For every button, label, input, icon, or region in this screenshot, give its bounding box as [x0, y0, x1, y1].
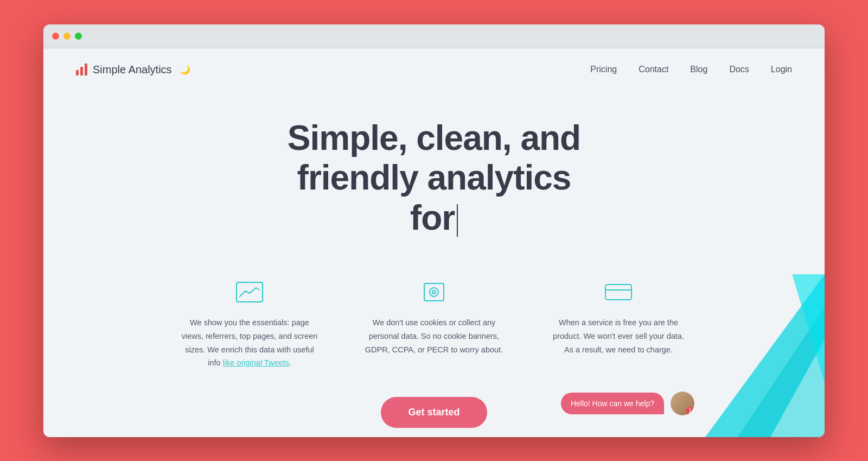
logo-text[interactable]: Simple Analytics: [93, 64, 172, 76]
feature-text-privacy: We don't use cookies or collect any pers…: [363, 316, 505, 356]
dark-mode-icon[interactable]: 🌙: [180, 65, 190, 75]
nav-blog[interactable]: Blog: [690, 65, 707, 74]
svg-point-3: [432, 291, 436, 294]
svg-rect-1: [424, 283, 444, 301]
get-started-button[interactable]: Get started: [381, 397, 487, 428]
hero-title: Simple, clean, and friendly analytics fo…: [76, 118, 792, 238]
nav-contact[interactable]: Contact: [639, 65, 668, 74]
privacy-svg: [420, 281, 448, 303]
chart-svg: [235, 281, 264, 303]
bar-3: [85, 64, 87, 75]
payment-svg: [604, 281, 633, 303]
nav-links: Pricing Contact Blog Docs Login: [590, 65, 792, 74]
privacy-icon: [363, 281, 505, 303]
chart-icon: [179, 281, 320, 303]
close-button[interactable]: [52, 33, 59, 40]
feature-text-payment: When a service is free you are the produ…: [548, 316, 689, 356]
navbar: Simple Analytics 🌙 Pricing Contact Blog …: [43, 48, 825, 91]
browser-chrome: [43, 24, 825, 48]
feature-card-analytics: We show you the essentials: page views, …: [179, 281, 320, 370]
svg-rect-0: [237, 282, 263, 302]
hero-title-line1: Simple, clean, and: [288, 118, 580, 157]
logo-icon: [76, 64, 87, 75]
nav-docs[interactable]: Docs: [729, 65, 749, 74]
hero-title-line2: friendly analytics: [297, 158, 571, 197]
notification-badge: 1: [686, 407, 694, 415]
corner-decoration: [705, 274, 825, 437]
hero-title-line3: for: [410, 198, 455, 237]
browser-window: Simple Analytics 🌙 Pricing Contact Blog …: [43, 24, 825, 437]
minimize-button[interactable]: [63, 33, 71, 40]
chat-bubble[interactable]: Hello! How can we help?: [561, 393, 664, 414]
bar-1: [76, 70, 79, 75]
feature-card-privacy: We don't use cookies or collect any pers…: [363, 281, 505, 370]
logo-area: Simple Analytics 🌙: [76, 64, 190, 76]
corner-svg: [705, 274, 825, 437]
feature-text-analytics: We show you the essentials: page views, …: [179, 316, 320, 370]
nav-login[interactable]: Login: [771, 65, 792, 74]
original-tweets-link[interactable]: like original Tweets: [223, 358, 289, 367]
hero-section: Simple, clean, and friendly analytics fo…: [43, 91, 825, 260]
cursor-blink: [457, 204, 458, 237]
svg-point-2: [430, 288, 438, 296]
page-content: Simple Analytics 🌙 Pricing Contact Blog …: [43, 48, 825, 437]
svg-rect-4: [605, 285, 631, 300]
nav-pricing[interactable]: Pricing: [590, 65, 617, 74]
chat-avatar[interactable]: 1: [671, 391, 694, 415]
chat-widget[interactable]: Hello! How can we help? 1: [561, 391, 694, 415]
payment-icon: [548, 281, 689, 303]
feature-card-payment: When a service is free you are the produ…: [548, 281, 689, 370]
maximize-button[interactable]: [75, 33, 82, 40]
bar-2: [80, 67, 83, 75]
